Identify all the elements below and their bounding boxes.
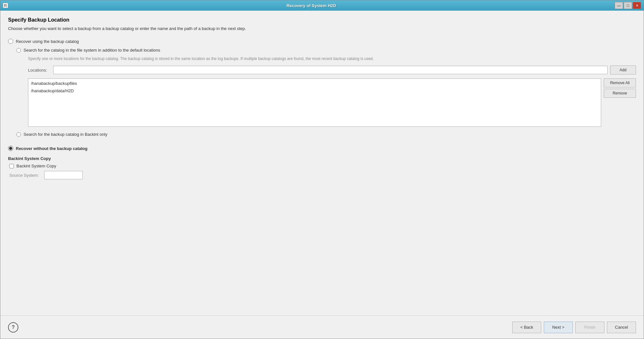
- locations-label: Locations:: [28, 68, 51, 73]
- add-button[interactable]: Add: [610, 65, 636, 75]
- locations-input-wrap: Add: [53, 65, 636, 75]
- footer: ? < Back Next > Finish Cancel: [0, 315, 644, 339]
- option-recover-catalog[interactable]: Recover using the backup catalog: [8, 39, 636, 44]
- backint-title: Backint System Copy: [8, 156, 636, 161]
- title-bar: R Recovery of System H2D — □ ✕: [0, 0, 644, 11]
- radio-recover-without-catalog-label: Recover without the backup catalog: [16, 146, 88, 151]
- radio-search-filesystem-label: Search for the catalog in the file syste…: [24, 48, 160, 53]
- footer-left: ?: [8, 322, 18, 333]
- radio-recover-catalog-label: Recover using the backup catalog: [16, 39, 79, 44]
- locations-input-row: Locations: Add: [28, 65, 636, 75]
- close-button[interactable]: ✕: [633, 2, 641, 9]
- help-button[interactable]: ?: [8, 322, 18, 333]
- radio-search-backint[interactable]: [16, 132, 21, 137]
- radio-recover-catalog[interactable]: [8, 39, 13, 44]
- list-item[interactable]: /hanabackup/backupfiles: [30, 80, 600, 87]
- main-window: R Recovery of System H2D — □ ✕ Specify B…: [0, 0, 644, 339]
- finish-button[interactable]: Finish: [575, 322, 604, 333]
- content-area: Specify Backup Location Choose whether y…: [0, 11, 644, 315]
- window-controls: — □ ✕: [615, 2, 641, 9]
- footer-buttons: < Back Next > Finish Cancel: [512, 322, 636, 333]
- page-description: Choose whether you want to select a back…: [8, 26, 636, 31]
- page-title: Specify Backup Location: [8, 17, 636, 23]
- backint-checkbox-row: Backint System Copy: [9, 164, 636, 168]
- source-system-label: Source System:: [9, 173, 42, 178]
- backint-checkbox[interactable]: [9, 164, 14, 168]
- maximize-button[interactable]: □: [624, 2, 632, 9]
- locations-input[interactable]: [53, 66, 608, 74]
- option-recover-without-catalog[interactable]: Recover without the backup catalog: [8, 146, 636, 151]
- cancel-button[interactable]: Cancel: [607, 322, 636, 333]
- locations-list: /hanabackup/backupfiles /hanabackup/data…: [28, 78, 601, 127]
- back-button[interactable]: < Back: [512, 322, 541, 333]
- list-item[interactable]: /hanabackup/data/H2D: [30, 87, 600, 95]
- locations-list-container: /hanabackup/backupfiles /hanabackup/data…: [28, 78, 636, 127]
- list-buttons: Remove All Remove: [604, 78, 636, 127]
- option-search-filesystem[interactable]: Search for the catalog in the file syste…: [16, 48, 636, 53]
- window-icon: R: [3, 3, 8, 8]
- option-search-backint[interactable]: Search for the backup catalog in Backint…: [16, 132, 636, 137]
- source-system-input[interactable]: [44, 171, 83, 179]
- source-system-row: Source System:: [9, 171, 636, 179]
- remove-button[interactable]: Remove: [604, 89, 636, 98]
- radio-search-backint-label: Search for the backup catalog in Backint…: [24, 132, 107, 137]
- remove-all-button[interactable]: Remove All: [604, 78, 636, 87]
- next-button[interactable]: Next >: [544, 322, 573, 333]
- minimize-button[interactable]: —: [615, 2, 623, 9]
- radio-search-filesystem[interactable]: [16, 48, 21, 53]
- hint-text: Specify one or more locations for the ba…: [28, 56, 636, 62]
- radio-recover-without-catalog[interactable]: [8, 146, 13, 151]
- main-radio-group: Recover using the backup catalog Search …: [8, 39, 636, 151]
- window-title: Recovery of System H2D: [8, 3, 615, 8]
- catalog-sub-section: Search for the catalog in the file syste…: [16, 48, 636, 137]
- backint-section: Backint System Copy Backint System Copy …: [8, 156, 636, 179]
- backint-checkbox-label: Backint System Copy: [16, 164, 56, 168]
